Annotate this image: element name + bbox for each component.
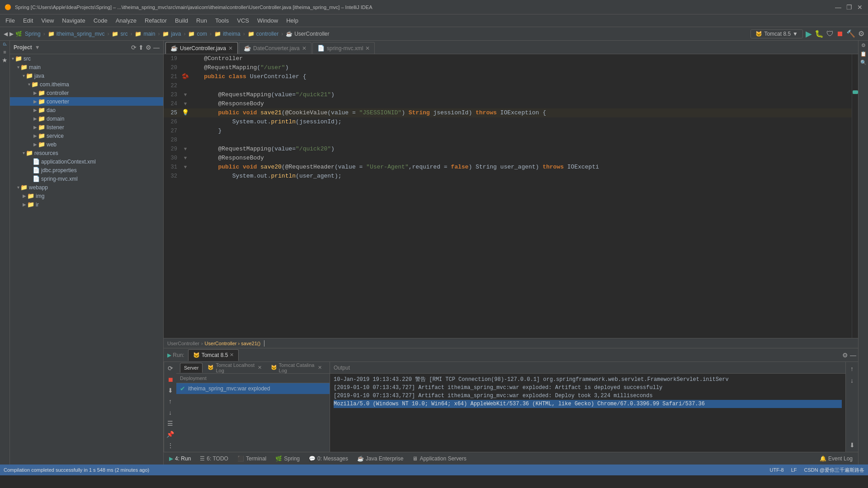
nav-back-icon[interactable]: ◀ — [4, 31, 8, 37]
move-up-btn[interactable]: ↑ — [165, 397, 175, 406]
nav-main[interactable]: main — [143, 31, 155, 37]
menu-item-run[interactable]: Run — [193, 16, 211, 25]
tab-close-3[interactable]: ✕ — [365, 45, 370, 52]
tab-usercontroller[interactable]: ☕ UserController.java ✕ — [165, 42, 238, 54]
right-tool-2[interactable]: 📋 — [860, 51, 867, 57]
tree-item-main[interactable]: ▾ 📁 main — [10, 63, 163, 71]
run-tab-close[interactable]: ✕ — [230, 352, 234, 358]
localhost-log-tab[interactable]: 🐱 Tomcat Localhost Log ✕ — [203, 363, 265, 373]
tree-item-listener[interactable]: ▶ 📁 listener — [10, 123, 163, 131]
jee-tool-btn[interactable]: ☕ Java Enterprise — [354, 455, 407, 463]
debug-button[interactable]: 🐛 — [815, 29, 824, 38]
fold-23[interactable]: ▼ — [181, 90, 190, 99]
panel-minimize-icon[interactable]: — — [850, 352, 856, 359]
tree-item-ir[interactable]: ▶ 📁 ir — [10, 200, 163, 209]
coverage-button[interactable]: 🛡 — [826, 30, 834, 38]
tree-item-controller[interactable]: ▶ 📁 controller — [10, 89, 163, 97]
tree-item-img[interactable]: ▶ 📁 img — [10, 192, 163, 200]
tree-item-domain[interactable]: ▶ 📁 domain — [10, 114, 163, 123]
settings-button[interactable]: ⚙ — [858, 29, 864, 38]
sidebar-settings-icon[interactable]: ⚙ — [146, 44, 151, 51]
tree-item-com[interactable]: ▾ 📁 com.itheima — [10, 80, 163, 89]
event-log-btn[interactable]: 🔔 Event Log — [816, 455, 856, 463]
menu-item-window[interactable]: Window — [254, 16, 282, 25]
sidebar-collapse-icon[interactable]: ⬆ — [138, 44, 144, 51]
pin-btn[interactable]: 📌 — [165, 430, 175, 439]
tab-dateconverter[interactable]: ☕ DateConverter.java ✕ — [239, 42, 311, 54]
tree-item-src[interactable]: ▾ 📁 src — [10, 54, 163, 63]
scroll-end-btn[interactable]: ⬇ — [165, 386, 175, 395]
maximize-button[interactable]: ❐ — [845, 4, 853, 11]
menu-item-vcs[interactable]: VCS — [233, 16, 253, 25]
stop-run-btn[interactable]: ⏹ — [165, 375, 175, 384]
run-button[interactable]: ▶ — [806, 29, 812, 39]
fold-29[interactable]: ▼ — [181, 145, 190, 154]
panel-settings-icon[interactable]: ⚙ — [842, 352, 848, 359]
tab-springmvc[interactable]: 📄 spring-mvc.xml ✕ — [312, 42, 375, 54]
tree-item-web[interactable]: ▶ 📁 web — [10, 140, 163, 149]
sidebar-sync-icon[interactable]: ⟳ — [131, 44, 137, 51]
nav-src[interactable]: src — [120, 31, 127, 37]
fold-31[interactable]: ▼ — [181, 163, 190, 172]
code-editor[interactable]: 19 @Controller 20 @RequestMapping("/user… — [164, 54, 858, 338]
restart-btn[interactable]: ⟳ — [165, 364, 175, 373]
run-tab-tomcat[interactable]: 🐱 Tomcat 8.5 ✕ — [188, 349, 239, 361]
tree-item-dao[interactable]: ▶ 📁 dao — [10, 106, 163, 114]
menu-item-analyze[interactable]: Analyze — [112, 16, 140, 25]
favorites-icon[interactable]: ★ — [2, 56, 8, 64]
menu-item-code[interactable]: Code — [90, 16, 111, 25]
menu-item-navigate[interactable]: Navigate — [58, 16, 89, 25]
more-btn[interactable]: ⋮ — [165, 441, 175, 450]
deployment-item[interactable]: ✔ itheima_spring_mvc:war exploded — [176, 383, 330, 394]
fold-30[interactable]: ▼ — [181, 154, 190, 163]
build-button[interactable]: 🔨 — [846, 29, 855, 38]
appservers-tool-btn[interactable]: 🖥 Application Servers — [409, 455, 470, 463]
structure-icon[interactable]: ≡ — [3, 49, 6, 55]
run-tool-btn[interactable]: ▶ 4: Run — [165, 455, 194, 463]
menu-item-help[interactable]: Help — [283, 16, 302, 25]
nav-itheima[interactable]: itheima_spring_mvc — [57, 31, 105, 37]
run-config-button[interactable]: 🐱 Tomcat 8.5 ▼ — [750, 29, 803, 38]
menu-item-file[interactable]: File — [2, 16, 19, 25]
catalina-log-tab[interactable]: 🐱 Tomcat Catalina Log ✕ — [267, 363, 326, 373]
nav-java[interactable]: java — [171, 31, 181, 37]
messages-tool-btn[interactable]: 💬 0: Messages — [305, 455, 352, 463]
tab-close-1[interactable]: ✕ — [228, 45, 233, 52]
nav-com[interactable]: com — [197, 31, 207, 37]
tree-item-resources[interactable]: ▾ 📁 resources — [10, 149, 163, 157]
tree-item-webapp[interactable]: ▾ 📁 webapp — [10, 183, 163, 192]
nav-itheima2[interactable]: itheima — [223, 31, 241, 37]
tree-item-java[interactable]: ▾ 📁 java — [10, 71, 163, 80]
tab-close-2[interactable]: ✕ — [302, 45, 307, 52]
localhost-log-close[interactable]: ✕ — [258, 365, 262, 371]
menu-item-view[interactable]: View — [38, 16, 57, 25]
tree-item-appctx[interactable]: ▶ 📄 applicationContext.xml — [10, 157, 163, 166]
server-tab[interactable]: Server — [180, 363, 203, 373]
minimize-button[interactable]: — — [835, 4, 842, 11]
terminal-tool-btn[interactable]: ⬛ Terminal — [234, 455, 270, 463]
sidebar-dropdown-icon[interactable]: ▼ — [35, 44, 40, 51]
right-tool-1[interactable]: ⚙ — [861, 42, 866, 48]
menu-item-tools[interactable]: Tools — [212, 16, 232, 25]
tree-item-jdbc[interactable]: ▶ 📄 jdbc.properties — [10, 166, 163, 174]
tree-item-service[interactable]: ▶ 📁 service — [10, 131, 163, 140]
tree-item-springmvc[interactable]: ▶ 📄 spring-mvc.xml — [10, 174, 163, 183]
spring-tool-btn[interactable]: 🌿 Spring — [272, 455, 303, 463]
output-scroll-end[interactable]: ⬇ — [847, 440, 857, 450]
menu-item-edit[interactable]: Edit — [19, 16, 37, 25]
menu-item-build[interactable]: Build — [171, 16, 192, 25]
move-down-btn[interactable]: ↓ — [165, 408, 175, 417]
nav-spring[interactable]: Spring — [25, 31, 41, 37]
close-button[interactable]: ✕ — [856, 4, 863, 11]
tree-item-converter[interactable]: ▶ 📁 converter — [10, 97, 163, 106]
sidebar-hide-icon[interactable]: — — [153, 44, 160, 51]
stop-button[interactable]: ⏹ — [836, 30, 844, 38]
menu-item-refactor[interactable]: Refactor — [141, 16, 170, 25]
output-content[interactable]: 10-Jan-2019 19:13:43.220 警告 [RMI TCP Con… — [330, 374, 845, 452]
nav-forward-icon[interactable]: ▶ — [9, 31, 14, 37]
catalina-log-close[interactable]: ✕ — [318, 365, 322, 371]
todo-tool-btn[interactable]: ☰ 6: TODO — [196, 455, 232, 463]
project-icon[interactable]: P — [2, 42, 8, 46]
right-tool-3[interactable]: 🔍 — [860, 60, 867, 66]
nav-controller[interactable]: controller — [256, 31, 278, 37]
